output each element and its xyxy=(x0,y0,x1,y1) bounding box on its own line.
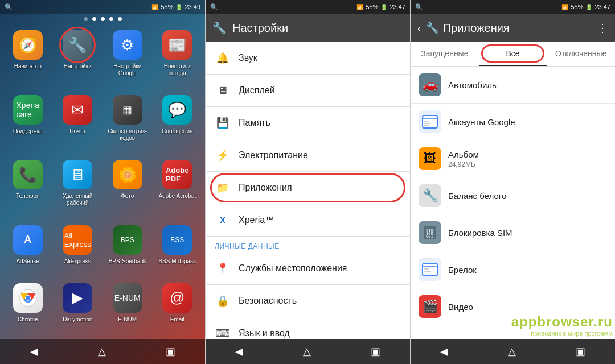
recents-button-home[interactable]: ▣ xyxy=(161,341,180,362)
list-item-album[interactable]: 🖼 Альбом 24,92МБ xyxy=(411,140,615,177)
app-phone[interactable]: 📞 Телефон xyxy=(6,159,50,218)
back-button-apps[interactable]: ‹ xyxy=(417,22,421,35)
app-settings-google[interactable]: ⚙ Настройки Google xyxy=(105,29,150,88)
status-left-settings: 🔍 xyxy=(210,3,218,11)
search-icon-settings: 🔍 xyxy=(210,3,218,11)
svg-text:001: 001 xyxy=(426,234,433,239)
settings-item-apps[interactable]: 📁 Приложения xyxy=(206,172,410,204)
app-adsense[interactable]: A AdSense xyxy=(6,224,50,276)
app-list-icon-auto: 🚗 xyxy=(419,73,441,96)
settings-item-xperia[interactable]: X Xperia™ xyxy=(206,204,410,237)
settings-label-location: Службы местоположения xyxy=(239,263,347,274)
list-item-google-accounts[interactable]: Аккаунты Google xyxy=(411,104,615,140)
dot-3 xyxy=(101,17,105,21)
app-label-settings: Настройки xyxy=(64,63,92,70)
app-chrome[interactable]: Chrome xyxy=(6,282,50,334)
settings-item-sound[interactable]: 🔔 Звук xyxy=(206,42,410,75)
home-button-home[interactable]: △ xyxy=(93,341,110,362)
sound-icon: 🔔 xyxy=(215,50,231,66)
recents-button-settings[interactable]: ▣ xyxy=(366,341,385,362)
app-list-name-white-balance: Баланс белого xyxy=(448,191,607,201)
status-left: 🔍 xyxy=(5,3,13,11)
app-daily[interactable]: ▶ Dailymotion xyxy=(56,282,100,334)
app-sms[interactable]: 💬 Сообщения xyxy=(155,94,200,153)
app-email[interactable]: @ Email xyxy=(155,282,200,334)
personal-data-section-label: ЛИЧНЫЕ ДАННЫЕ xyxy=(206,237,410,253)
list-item-white-balance[interactable]: 🔧 Баланс белого xyxy=(411,177,615,214)
app-navigator[interactable]: 🧭 Навигатор xyxy=(6,29,50,88)
app-barcode[interactable]: ▦ Сканер штрих-кодов xyxy=(105,94,150,153)
apps-settings-icon: 📁 xyxy=(215,180,231,196)
app-list-icon-white-balance: 🔧 xyxy=(419,184,441,207)
app-icon-sms: 💬 xyxy=(162,95,192,125)
app-label-phone: Телефон xyxy=(16,193,39,200)
settings-item-display[interactable]: 🖥 Дисплей xyxy=(206,75,410,107)
tab-disabled[interactable]: Отключенные xyxy=(547,42,615,66)
app-ali[interactable]: AliExpress AliExpress xyxy=(56,224,100,276)
app-icon-settings-google: ⚙ xyxy=(113,30,142,60)
app-label-settings-google: Настройки Google xyxy=(107,63,148,77)
settings-item-power[interactable]: ⚡ Электропитание xyxy=(206,139,410,172)
list-item-keychain[interactable]: Брелок xyxy=(411,251,615,288)
app-label-news: Новости и погода xyxy=(157,63,198,77)
app-support[interactable]: Xperiacare Поддержка xyxy=(6,94,50,153)
settings-label-security: Безопасность xyxy=(239,296,297,306)
app-adobe[interactable]: AdobePDF Adobe Acrobat xyxy=(155,159,200,218)
back-button-apps-nav[interactable]: ◀ xyxy=(436,341,453,362)
app-settings[interactable]: 🔧 Настройки xyxy=(56,29,100,88)
app-list-icon-google-accounts xyxy=(419,110,441,133)
tab-running[interactable]: Запущенные xyxy=(411,42,479,66)
list-item-video[interactable]: 🎬 Видео xyxy=(411,288,615,325)
home-button-apps-nav[interactable]: △ xyxy=(503,341,520,362)
app-bps[interactable]: BPS BPS-Sberbank xyxy=(105,224,150,276)
home-screen: 🔍 📶 55% 🔋 23:49 🧭 Навигатор 🔧 xyxy=(0,0,205,364)
app-enum[interactable]: E-NUM E-NUM xyxy=(105,282,150,334)
app-icon-adobe: AdobePDF xyxy=(162,160,192,189)
back-button-home[interactable]: ◀ xyxy=(26,341,43,362)
settings-item-location[interactable]: 📍 Службы местоположения xyxy=(206,253,410,285)
dot-5 xyxy=(118,17,122,21)
app-mail[interactable]: ✉ Почта xyxy=(56,94,100,153)
app-icon-barcode: ▦ xyxy=(113,95,142,125)
app-list-name-keychain: Брелок xyxy=(448,265,607,275)
search-icon-apps: 🔍 xyxy=(415,3,423,11)
settings-header-bar: 🔧 Настройки xyxy=(206,14,410,42)
app-list-size-album: 24,92МБ xyxy=(448,160,607,168)
time-home: 23:49 xyxy=(184,3,200,10)
app-label-bps: BPS-Sberbank xyxy=(109,258,146,265)
settings-item-language[interactable]: ⌨ Язык и ввод xyxy=(206,317,410,339)
tab-all[interactable]: Все xyxy=(479,42,547,66)
svg-rect-15 xyxy=(424,268,429,270)
settings-label-sound: Звук xyxy=(239,53,257,63)
signal-icon: 📶 xyxy=(151,4,158,10)
app-news[interactable]: 📰 Новости и погода xyxy=(155,29,200,88)
settings-list: 🔔 Звук 🖥 Дисплей 💾 Память ⚡ Электропитан… xyxy=(206,42,410,339)
app-label-navigator: Навигатор xyxy=(14,63,42,70)
apps-list: 🚗 Автомобиль Аккаунты Google 🖼 xyxy=(411,67,615,339)
app-list-name-sim-lock: Блокировка SIM xyxy=(448,228,607,238)
svg-rect-6 xyxy=(424,121,429,122)
recents-button-apps-nav[interactable]: ▣ xyxy=(571,341,590,362)
app-icon-news: 📰 xyxy=(162,30,192,60)
list-item-sim-lock[interactable]: 010 100 001 Блокировка SIM xyxy=(411,214,615,251)
highlight-circle-settings xyxy=(59,27,96,63)
app-remote[interactable]: 🖥 Удаленный рабочий xyxy=(56,159,100,218)
settings-label-apps: Приложения xyxy=(239,183,292,193)
time-apps: 23:47 xyxy=(594,3,610,10)
app-list-info-video: Видео xyxy=(448,302,607,312)
list-item-auto[interactable]: 🚗 Автомобиль xyxy=(411,67,615,104)
settings-item-memory[interactable]: 💾 Память xyxy=(206,107,410,139)
settings-item-security[interactable]: 🔒 Безопасность xyxy=(206,285,410,317)
app-bss[interactable]: BSS BSS Mobipass xyxy=(155,224,200,276)
back-button-settings[interactable]: ◀ xyxy=(231,341,248,362)
app-icon-email: @ xyxy=(162,283,192,313)
app-photo[interactable]: 🌼 Фото xyxy=(105,159,150,218)
more-menu-button[interactable]: ⋮ xyxy=(597,21,608,35)
home-button-settings[interactable]: △ xyxy=(298,341,315,362)
status-right-apps: 📶 55% 🔋 23:47 xyxy=(561,3,610,10)
settings-label-language: Язык и ввод xyxy=(239,328,290,338)
apps-panel-title: Приложения xyxy=(443,22,592,35)
battery-settings: 55% xyxy=(366,3,378,10)
time-settings: 23:47 xyxy=(390,3,405,10)
apps-header-bar: ‹ 🔧 Приложения ⋮ xyxy=(411,14,615,42)
